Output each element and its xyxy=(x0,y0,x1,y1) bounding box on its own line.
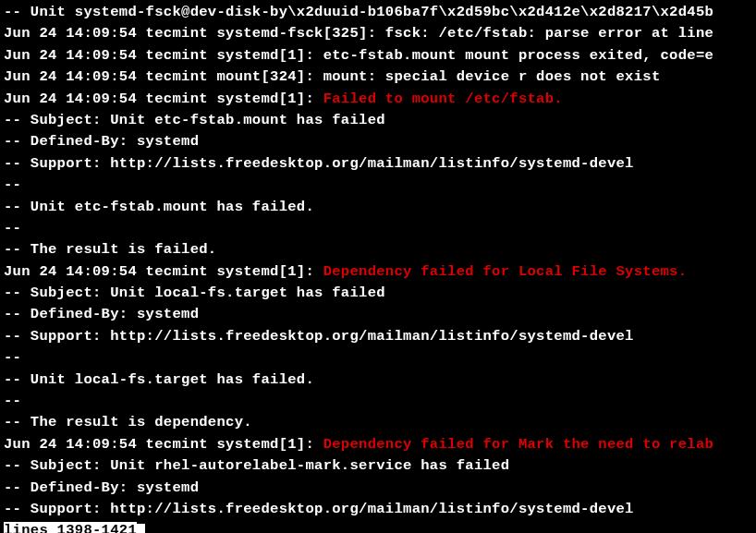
log-text: -- Unit systemd-fsck@dev-disk-by\x2duuid… xyxy=(4,4,713,20)
pager-position: lines 1398-1421 xyxy=(4,522,137,533)
log-text: -- Subject: Unit rhel-autorelabel-mark.s… xyxy=(4,457,509,474)
log-text: -- Support: http://lists.freedesktop.org… xyxy=(4,501,634,517)
log-text: -- xyxy=(4,393,21,409)
log-line: -- Support: http://lists.freedesktop.org… xyxy=(4,326,752,347)
log-text: -- The result is failed. xyxy=(4,241,216,258)
log-text: Jun 24 14:09:54 tecmint systemd-fsck[325… xyxy=(4,25,713,42)
cursor xyxy=(137,524,145,533)
log-line: -- Subject: Unit rhel-autorelabel-mark.s… xyxy=(4,455,752,477)
log-line: -- The result is dependency. xyxy=(4,412,752,433)
terminal-output[interactable]: -- Unit systemd-fsck@dev-disk-by\x2duuid… xyxy=(4,2,752,533)
log-text: -- Unit etc-fstab.mount has failed. xyxy=(4,199,314,215)
log-line: -- The result is failed. xyxy=(4,239,752,260)
error-text: Dependency failed for Local File Systems… xyxy=(323,263,688,280)
log-line: -- Support: http://lists.freedesktop.org… xyxy=(4,153,752,175)
log-text: Jun 24 14:09:54 tecmint systemd[1]: xyxy=(4,91,323,107)
log-line: Jun 24 14:09:54 tecmint systemd[1]: Fail… xyxy=(4,89,752,110)
log-line: Jun 24 14:09:54 tecmint systemd[1]: Depe… xyxy=(4,434,752,455)
log-text: -- Subject: Unit etc-fstab.mount has fai… xyxy=(4,112,385,128)
log-line: -- Unit etc-fstab.mount has failed. xyxy=(4,197,752,218)
log-text: -- The result is dependency. xyxy=(4,414,252,430)
log-text: -- Defined-By: systemd xyxy=(4,479,199,496)
pager-status-line: lines 1398-1421 xyxy=(4,520,752,533)
log-text: -- Defined-By: systemd xyxy=(4,306,199,322)
log-text: Jun 24 14:09:54 tecmint mount[324]: moun… xyxy=(4,68,661,85)
log-text: -- Unit local-fs.target has failed. xyxy=(4,371,314,388)
log-text: Jun 24 14:09:54 tecmint systemd[1]: xyxy=(4,263,323,280)
log-line: -- xyxy=(4,218,752,239)
log-line: Jun 24 14:09:54 tecmint systemd[1]: Depe… xyxy=(4,261,752,283)
log-text: -- xyxy=(4,220,21,236)
log-line: -- Defined-By: systemd xyxy=(4,478,752,499)
log-text: -- xyxy=(4,349,21,366)
error-text: Dependency failed for Mark the need to r… xyxy=(323,436,713,453)
log-line: -- Defined-By: systemd xyxy=(4,131,752,152)
log-line: Jun 24 14:09:54 tecmint systemd-fsck[325… xyxy=(4,23,752,44)
error-text: Failed to mount /etc/fstab. xyxy=(323,91,563,107)
log-text: Jun 24 14:09:54 tecmint systemd[1]: etc-… xyxy=(4,47,713,64)
log-text: Jun 24 14:09:54 tecmint systemd[1]: xyxy=(4,436,323,453)
log-line: -- Unit systemd-fsck@dev-disk-by\x2duuid… xyxy=(4,2,752,23)
log-line: -- Subject: Unit etc-fstab.mount has fai… xyxy=(4,110,752,131)
log-line: -- xyxy=(4,347,752,369)
log-text: -- Defined-By: systemd xyxy=(4,133,199,150)
log-text: -- Subject: Unit local-fs.target has fai… xyxy=(4,285,385,301)
log-line: Jun 24 14:09:54 tecmint systemd[1]: etc-… xyxy=(4,45,752,67)
log-line: -- Unit local-fs.target has failed. xyxy=(4,369,752,391)
log-line: Jun 24 14:09:54 tecmint mount[324]: moun… xyxy=(4,67,752,88)
log-text: -- xyxy=(4,176,21,193)
log-text: -- Support: http://lists.freedesktop.org… xyxy=(4,155,634,172)
log-line: -- Defined-By: systemd xyxy=(4,304,752,325)
log-line: -- Subject: Unit local-fs.target has fai… xyxy=(4,283,752,304)
log-line: -- xyxy=(4,175,752,196)
log-text: -- Support: http://lists.freedesktop.org… xyxy=(4,328,634,345)
log-line: -- Support: http://lists.freedesktop.org… xyxy=(4,499,752,520)
log-line: -- xyxy=(4,391,752,412)
